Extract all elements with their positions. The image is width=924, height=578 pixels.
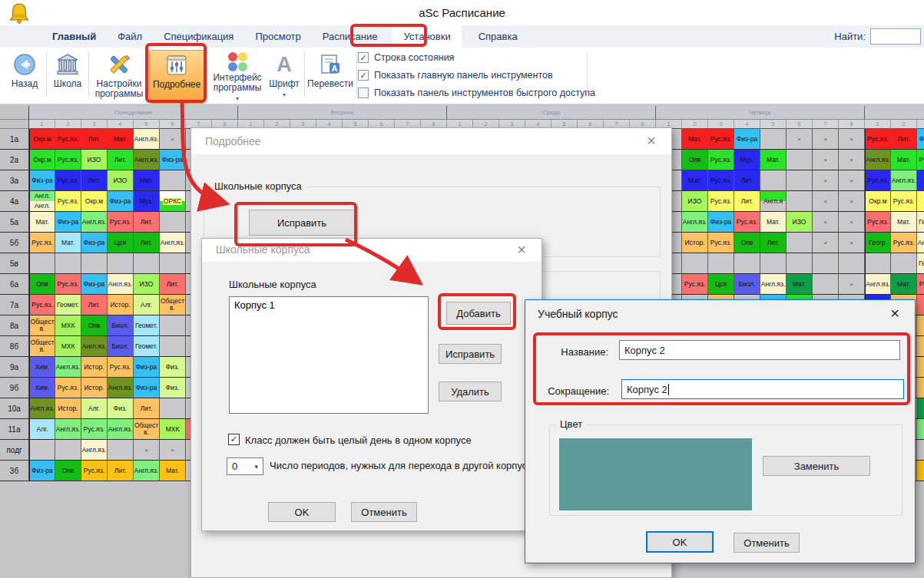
ok-button[interactable]: OK <box>268 502 336 522</box>
timetable-cell[interactable]: Рус.яз. <box>29 295 55 315</box>
timetable-cell[interactable]: Хим. <box>29 378 55 398</box>
timetable-cell[interactable]: Англ.яз. <box>108 378 134 398</box>
interface-button[interactable]: Интерфейс программы ▾ <box>209 50 266 101</box>
timetable-cell[interactable]: Физ-ра <box>134 378 160 398</box>
timetable-cell[interactable]: Лит. <box>917 191 924 212</box>
timetable-cell[interactable] <box>55 253 81 274</box>
timetable-cell[interactable]: ИЗО <box>682 191 708 212</box>
timetable-cell[interactable]: Физ-ра <box>81 233 108 253</box>
timetable-cell[interactable]: × <box>839 274 865 295</box>
timetable-cell[interactable]: Лит. <box>734 170 760 191</box>
timetable-cell[interactable]: Геомет. <box>917 212 924 233</box>
timetable-cell[interactable]: Лит. <box>760 233 787 253</box>
timetable-cell[interactable] <box>917 440 924 461</box>
timetable-cell[interactable] <box>134 253 160 274</box>
school-button[interactable]: Школа <box>49 50 86 101</box>
timetable-cell[interactable] <box>760 253 787 274</box>
timetable-cell[interactable]: × <box>813 212 839 233</box>
timetable-cell[interactable] <box>29 253 55 274</box>
timetable-cell[interactable]: Мат. <box>55 233 81 253</box>
delete-building-button[interactable]: Удалить <box>439 381 502 401</box>
timetable-cell[interactable]: Физ-ра <box>734 129 760 150</box>
timetable-cell[interactable]: Рус.яз. <box>708 150 734 170</box>
timetable-cell[interactable]: Англ.яз. <box>760 274 787 295</box>
timetable-cell[interactable]: Рус.яз. <box>55 150 81 170</box>
timetable-cell[interactable]: Англ.я <box>760 191 787 212</box>
checkbox-checked-icon[interactable]: ✓ <box>358 52 369 63</box>
timetable-cell[interactable] <box>734 253 760 274</box>
timetable-cell[interactable]: Лит. <box>134 212 160 233</box>
cancel-button[interactable]: Отменить <box>351 502 417 522</box>
timetable-cell[interactable]: × <box>839 150 865 170</box>
timetable-cell[interactable]: Геомет. <box>55 295 81 315</box>
timetable-cell[interactable]: × <box>813 150 839 170</box>
timetable-cell[interactable] <box>160 170 186 191</box>
timetable-cell[interactable]: Мат. <box>134 170 160 191</box>
timetable-cell[interactable]: Англ.яз. <box>81 212 108 233</box>
timetable-cell[interactable] <box>787 253 813 274</box>
periods-dropdown[interactable]: 0 ▾ <box>227 457 263 475</box>
timetable-cell[interactable]: Рус.яз. <box>708 170 734 191</box>
checkbox-unchecked-icon[interactable] <box>358 88 369 98</box>
timetable-cell[interactable] <box>891 253 917 274</box>
whole-day-checkbox[interactable]: ✓ <box>228 434 240 445</box>
timetable-cell[interactable]: × <box>839 129 865 150</box>
timetable-cell[interactable]: Рус.яз. <box>891 191 917 212</box>
timetable-cell[interactable]: × <box>160 440 186 461</box>
timetable-cell[interactable]: × <box>839 170 865 191</box>
timetable-cell[interactable]: Англ.яз. <box>108 419 134 440</box>
timetable-cell[interactable]: Мат. <box>891 212 917 233</box>
find-input[interactable] <box>870 28 921 45</box>
timetable-cell[interactable]: Рус.яз. <box>108 357 134 378</box>
timetable-cell[interactable]: Окр.м <box>29 150 55 170</box>
timetable-cell[interactable]: Физ-ра <box>81 274 108 295</box>
timetable-cell[interactable] <box>839 253 865 274</box>
close-icon[interactable]: × <box>512 241 531 259</box>
timetable-cell[interactable]: Окр.м <box>81 191 108 212</box>
statusbar-checkbox-row[interactable]: ✓ Строка состояния <box>358 52 595 63</box>
timetable-cell[interactable] <box>917 398 924 419</box>
timetable-cell[interactable]: Обществ. <box>29 315 55 336</box>
menu-tab-glavny[interactable]: Главный <box>41 25 107 48</box>
timetable-cell[interactable]: Физ. <box>160 378 186 398</box>
timetable-cell[interactable]: Лит. <box>891 129 917 150</box>
timetable-cell[interactable]: Истор. <box>81 357 108 378</box>
timetable-cell[interactable] <box>760 170 787 191</box>
timetable-cell[interactable]: ИЗО <box>134 274 160 295</box>
timetable-cell[interactable]: Лит. <box>134 233 160 253</box>
timetable-cell[interactable]: Лит. <box>108 461 134 481</box>
timetable-cell[interactable]: Рус.яз. <box>865 212 891 233</box>
timetable-cell[interactable] <box>55 440 81 461</box>
cancel-button[interactable]: Отменить <box>734 533 800 553</box>
timetable-cell[interactable]: Алг. <box>29 419 55 440</box>
timetable-cell[interactable]: Физ-ра <box>108 191 134 212</box>
timetable-cell[interactable]: Хим. <box>29 357 55 378</box>
timetable-cell[interactable]: Англ.яз. <box>29 398 55 419</box>
timetable-cell[interactable]: × <box>839 233 865 253</box>
timetable-cell[interactable]: Истор. <box>55 398 81 419</box>
timetable-cell[interactable]: Англ.яз. <box>81 336 108 357</box>
timetable-cell[interactable]: Лит. <box>134 398 160 419</box>
timetable-cell[interactable] <box>787 170 813 191</box>
timetable-cell[interactable]: Рус.яз. <box>81 419 108 440</box>
timetable-cell[interactable] <box>682 253 708 274</box>
timetable-cell[interactable]: Физ-ра <box>160 150 186 170</box>
timetable-cell[interactable]: ИЗО <box>81 150 108 170</box>
add-building-button[interactable]: Добавить <box>446 302 511 325</box>
name-input[interactable]: Корпус 2 <box>619 340 900 360</box>
quick-access-checkbox-row[interactable]: Показать панель инструментов быстрого до… <box>358 88 595 98</box>
timetable-cell[interactable]: Геомет. <box>917 253 924 274</box>
timetable-cell[interactable]: Мат. <box>787 274 813 295</box>
timetable-cell[interactable]: Цся <box>708 274 734 295</box>
timetable-cell[interactable] <box>813 274 839 295</box>
timetable-cell[interactable] <box>865 253 891 274</box>
timetable-cell[interactable]: Англ.яз. <box>81 440 108 461</box>
ok-button[interactable]: OK <box>646 531 714 553</box>
timetable-cell[interactable]: × <box>813 191 839 212</box>
timetable-cell[interactable]: МХК <box>55 315 81 336</box>
timetable-cell[interactable] <box>813 253 839 274</box>
timetable-cell[interactable] <box>160 253 186 274</box>
timetable-cell[interactable]: Рус.яз. <box>891 233 917 253</box>
timetable-cell[interactable]: Опв <box>682 150 708 170</box>
timetable-cell[interactable]: Окр.м <box>29 129 55 150</box>
